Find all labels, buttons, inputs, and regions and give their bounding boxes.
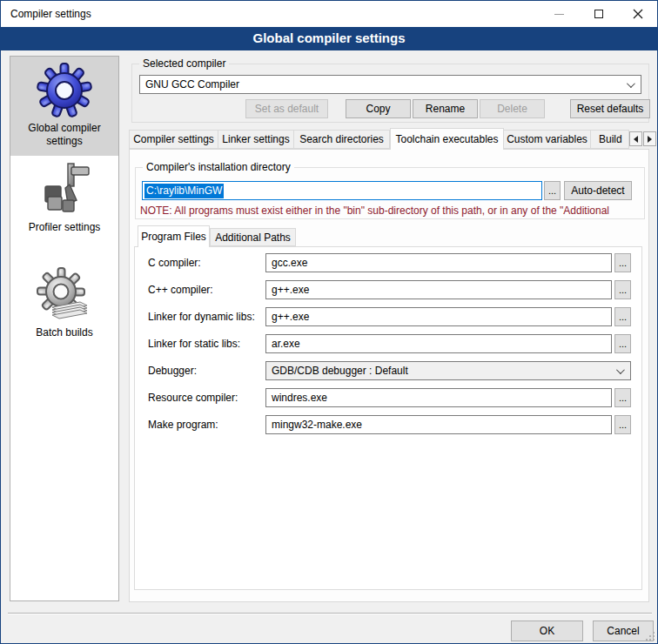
chevron-down-icon [616,366,625,374]
cpp-compiler-row: C++ compiler: g++.exe ... [135,280,641,301]
maximize-button[interactable] [579,1,618,27]
tab-search-directories[interactable]: Search directories [294,130,390,149]
subtab-additional-paths[interactable]: Additional Paths [210,228,296,246]
resize-grip[interactable] [646,632,655,641]
installation-directory-note: NOTE: All programs must exist either in … [140,205,648,217]
tab-linker-settings[interactable]: Linker settings [218,130,294,149]
dialog-header: Global compiler settings [1,27,657,50]
c-compiler-value: gcc.exe [272,257,307,269]
sidebar-item-global-compiler-settings[interactable]: Global compiler settings [10,57,118,156]
sidebar-item-profiler-settings[interactable]: Profiler settings [10,156,118,242]
make-program-browse-button[interactable]: ... [614,415,631,434]
selected-compiler-group: Selected compiler GNU GCC Compiler Set a… [131,64,649,123]
gray-gear-stack-icon [37,267,92,323]
delete-button[interactable]: Delete [480,99,545,118]
cpp-compiler-value: g++.exe [272,284,309,296]
cpp-compiler-label: C++ compiler: [148,284,213,296]
dynamic-linker-row: Linker for dynamic libs: g++.exe ... [135,307,641,328]
auto-detect-button[interactable]: Auto-detect [564,181,632,200]
static-linker-browse-button[interactable]: ... [614,334,631,353]
debugger-row: Debugger: GDB/CDB debugger : Default [135,361,641,382]
tab-build-options[interactable]: Build [591,130,629,149]
make-program-row: Make program: mingw32-make.exe ... [135,415,641,436]
cancel-button[interactable]: Cancel [593,621,654,641]
dynamic-linker-browse-button[interactable]: ... [614,307,631,326]
cpp-compiler-browse-button[interactable]: ... [614,280,631,299]
installation-directory-value: C:\raylib\MinGW [144,184,224,198]
group-legend: Compiler's installation directory [143,161,294,173]
c-compiler-browse-button[interactable]: ... [614,253,631,272]
footer-divider [8,613,652,614]
group-legend: Selected compiler [139,57,229,70]
static-linker-label: Linker for static libs: [148,338,240,350]
cpp-compiler-input[interactable]: g++.exe [265,280,612,299]
toolchain-executables-panel: Compiler's installation directory C:\ray… [129,149,649,602]
resource-compiler-browse-button[interactable]: ... [614,388,631,407]
subtab-program-files[interactable]: Program Files [138,225,210,247]
debugger-select[interactable]: GDB/CDB debugger : Default [265,361,631,380]
maximize-icon [594,10,603,18]
static-linker-value: ar.exe [272,338,300,350]
compiler-select-value: GNU GCC Compiler [145,78,239,91]
close-button[interactable] [618,1,657,27]
resource-compiler-row: Resource compiler: windres.exe ... [135,388,641,409]
left-arrow-icon [634,136,638,143]
compiler-select[interactable]: GNU GCC Compiler [139,75,641,94]
rename-button[interactable]: Rename [413,99,478,118]
caliper-icon [37,162,92,218]
c-compiler-row: C compiler: gcc.exe ... [135,253,641,274]
chevron-down-icon [627,79,635,88]
debugger-value: GDB/CDB debugger : Default [272,365,408,377]
close-icon [633,9,643,19]
static-linker-input[interactable]: ar.exe [265,334,612,353]
sidebar-item-label: Batch builds [36,326,92,339]
dynamic-linker-input[interactable]: g++.exe [265,307,612,326]
make-program-value: mingw32-make.exe [272,419,362,431]
sidebar-item-label: Profiler settings [29,221,101,233]
make-program-input[interactable]: mingw32-make.exe [265,415,612,434]
minimize-icon [554,14,564,15]
sidebar-item-label: Global compiler settings [28,122,100,147]
window-title: Compiler settings [10,1,91,27]
reset-defaults-button[interactable]: Reset defaults [570,99,650,118]
minimize-button[interactable] [540,1,579,27]
dynamic-linker-value: g++.exe [272,311,309,323]
debugger-label: Debugger: [148,365,197,377]
tab-scroll-right-button[interactable] [643,131,656,146]
resource-compiler-input[interactable]: windres.exe [265,388,612,407]
resource-compiler-label: Resource compiler: [148,392,238,404]
tab-compiler-settings[interactable]: Compiler settings [129,130,218,149]
c-compiler-label: C compiler: [148,257,201,269]
tab-scroll-left-button[interactable] [629,131,642,146]
sidebar-item-batch-builds[interactable]: Batch builds [10,261,118,347]
copy-button[interactable]: Copy [346,99,411,118]
tab-custom-variables[interactable]: Custom variables [504,130,591,149]
title-bar[interactable]: Compiler settings [1,1,657,27]
set-as-default-button[interactable]: Set as default [245,99,328,118]
dynamic-linker-label: Linker for dynamic libs: [148,311,255,323]
installation-directory-input[interactable]: C:\raylib\MinGW [142,181,542,200]
tab-toolchain-executables[interactable]: Toolchain executables [390,128,504,150]
ok-button[interactable]: OK [511,621,583,641]
installation-directory-browse-button[interactable]: ... [544,181,561,200]
installation-directory-group: Compiler's installation directory C:\ray… [135,167,645,219]
blue-gear-icon [37,63,92,118]
compiler-settings-window: Compiler settings Global compiler settin… [0,0,658,644]
static-linker-row: Linker for static libs: ar.exe ... [135,334,641,355]
settings-category-list: Global compiler settings Profile [10,56,119,601]
make-program-label: Make program: [148,419,218,431]
program-files-panel: C compiler: gcc.exe ... C++ compiler: g+… [134,246,642,590]
resource-compiler-value: windres.exe [272,392,327,404]
c-compiler-input[interactable]: gcc.exe [265,253,612,272]
right-arrow-icon [648,136,652,143]
window-controls [540,1,657,27]
